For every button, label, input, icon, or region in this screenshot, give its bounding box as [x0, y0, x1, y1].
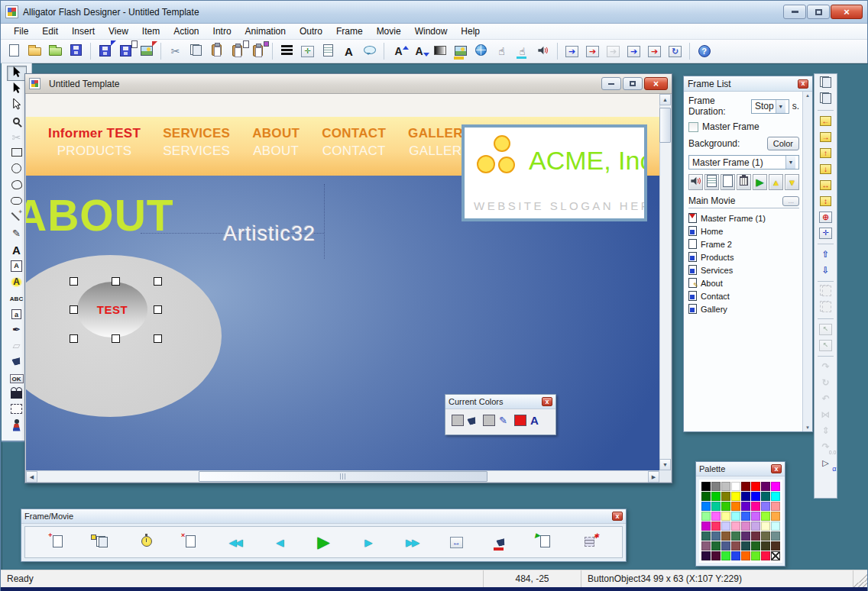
palette-color[interactable]: [751, 531, 760, 541]
palette-color[interactable]: [731, 531, 740, 541]
opacity-tool-button[interactable]: ▷α: [816, 455, 835, 470]
frame-tree-item[interactable]: Gallery: [688, 302, 799, 315]
direct-select-tool[interactable]: [7, 98, 27, 113]
fit-to-page-button[interactable]: ✛: [816, 225, 835, 241]
export-flash-button[interactable]: [95, 42, 115, 61]
palette-color[interactable]: [741, 492, 750, 501]
play-frame-button[interactable]: ▶: [753, 174, 767, 190]
hyperlink-button[interactable]: [471, 42, 491, 61]
palette-color[interactable]: [771, 522, 780, 531]
intro-action-blue-button[interactable]: ➔: [562, 42, 582, 61]
center-horizontal-button[interactable]: ↔: [816, 177, 835, 192]
palette-color[interactable]: [731, 482, 740, 491]
restore-button[interactable]: [807, 5, 830, 19]
palette-color[interactable]: [771, 541, 780, 551]
font-larger-button[interactable]: A: [388, 42, 409, 61]
scroll-left-icon[interactable]: ◀: [26, 471, 37, 483]
selection-handle-nw[interactable]: [70, 277, 78, 286]
selection-handle-s[interactable]: [112, 334, 120, 343]
scroll-down-icon[interactable]: ▼: [659, 459, 671, 470]
palette-color[interactable]: [761, 522, 770, 531]
palette-color[interactable]: [701, 512, 711, 521]
palette-color[interactable]: [741, 551, 750, 560]
move-frame-up-button[interactable]: ▲: [769, 174, 783, 190]
align-bottom-button[interactable]: ↓: [816, 161, 835, 176]
rotate-180-button[interactable]: ↻: [816, 375, 835, 390]
hand-cursor-button[interactable]: ☝: [491, 42, 512, 61]
palette-color[interactable]: [701, 541, 711, 551]
person-tool[interactable]: [7, 418, 27, 434]
menu-edit[interactable]: Edit: [35, 24, 65, 38]
flip-horizontal-button[interactable]: ⋈: [816, 407, 835, 422]
palette-color[interactable]: [741, 531, 750, 541]
fill-color-swatch[interactable]: [452, 415, 464, 426]
menu-view[interactable]: View: [102, 24, 135, 38]
menu-item[interactable]: Item: [135, 24, 167, 38]
gradient-fill-button[interactable]: [429, 42, 450, 61]
paste-frame-button[interactable]: [227, 42, 248, 61]
scale-up-step-button[interactable]: ↖: [816, 337, 835, 353]
save-button[interactable]: [66, 42, 86, 61]
doc-close-button[interactable]: ×: [644, 77, 668, 90]
frame-tree-item[interactable]: Home: [688, 224, 799, 237]
palette-color[interactable]: [711, 541, 721, 551]
palette-color[interactable]: [701, 482, 711, 491]
palette-color[interactable]: [751, 522, 760, 531]
spellcheck-tool[interactable]: ABC: [7, 290, 27, 305]
menu-intro[interactable]: Intro: [206, 24, 238, 38]
selected-button-object[interactable]: TEST: [77, 282, 147, 337]
palette-color[interactable]: [721, 492, 730, 501]
doc-minimize-button[interactable]: [601, 77, 621, 90]
minimize-button[interactable]: [783, 5, 806, 19]
export-frame-file-button[interactable]: [115, 42, 136, 61]
palette-color[interactable]: [701, 502, 711, 511]
sound-button[interactable]: [533, 42, 553, 61]
frame-list-scrollbar[interactable]: ▲ ▼: [802, 92, 812, 431]
vertical-scrollbar[interactable]: ▲ ▼: [659, 94, 671, 470]
company-slogan[interactable]: WEBSITE SLOGAN HERE: [474, 199, 647, 212]
ungroup-button[interactable]: [816, 300, 835, 315]
first-frame-button[interactable]: ◀◀: [222, 530, 248, 554]
frame-tree-item[interactable]: Frame 2: [688, 237, 799, 250]
outro-action-blue-button[interactable]: ➔: [623, 42, 644, 61]
preview-frame-button[interactable]: ▶: [532, 530, 558, 554]
bring-forward-button[interactable]: [816, 76, 835, 91]
palette-color[interactable]: [741, 482, 750, 491]
move-tool[interactable]: [7, 82, 27, 97]
paste-button[interactable]: [206, 42, 227, 61]
palette-color[interactable]: [771, 512, 780, 521]
frame-timing-button[interactable]: [134, 530, 160, 554]
group-button[interactable]: [816, 284, 835, 299]
palette-color[interactable]: [711, 502, 721, 511]
send-backward-button[interactable]: [816, 92, 835, 107]
palette-color[interactable]: [731, 512, 740, 521]
export-frame-button[interactable]: [487, 530, 513, 554]
menu-frame[interactable]: Frame: [329, 24, 370, 38]
center-on-page-button[interactable]: ⊕: [816, 209, 835, 224]
menu-help[interactable]: Help: [454, 24, 487, 38]
palette-color[interactable]: [761, 541, 770, 551]
free-rotate-button[interactable]: ↷0.0: [816, 439, 835, 454]
template-heading[interactable]: ABOUT: [26, 190, 174, 241]
palette-color[interactable]: [721, 522, 730, 531]
palette-color-none[interactable]: [771, 551, 780, 560]
master-frame-checkbox[interactable]: [688, 122, 698, 132]
frame-list-scroll-up-icon[interactable]: ▲: [805, 93, 810, 98]
nav-item-top[interactable]: ABOUT: [252, 126, 300, 141]
text-field-tool[interactable]: A: [7, 258, 27, 273]
rotate-cw-button[interactable]: ↷: [816, 359, 835, 374]
open-template-button[interactable]: [24, 42, 45, 61]
new-frame-button[interactable]: [721, 174, 735, 190]
vertical-scroll-thumb[interactable]: [659, 108, 671, 143]
frame-wizard-button[interactable]: ✱: [576, 530, 602, 554]
flip-vertical-button[interactable]: ⇕: [816, 423, 835, 438]
palette-color[interactable]: [761, 502, 770, 511]
palette-color[interactable]: [741, 541, 750, 551]
palette-color[interactable]: [711, 492, 721, 501]
palette-color[interactable]: [701, 551, 711, 560]
palette-color[interactable]: [701, 531, 711, 541]
connector-tool[interactable]: [7, 210, 27, 225]
palette-color[interactable]: [731, 541, 740, 551]
palette-color[interactable]: [741, 502, 750, 511]
movie-tool[interactable]: [7, 386, 27, 402]
